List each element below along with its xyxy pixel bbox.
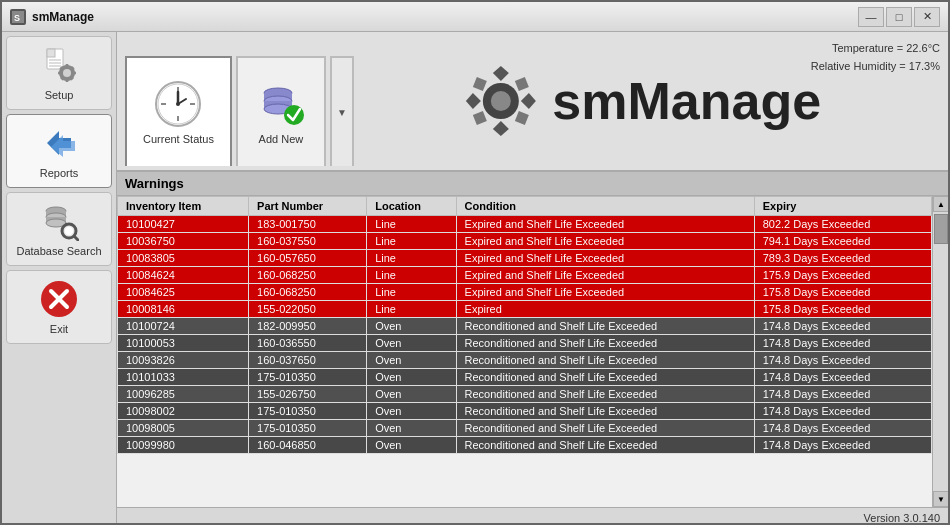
toolbar: Current Status — [117, 32, 948, 172]
reports-icon — [39, 123, 79, 163]
cell-expiry: 174.8 Days Exceeded — [754, 352, 931, 369]
col-part-number: Part Number — [249, 197, 367, 216]
table-row: 10099980160-046850OvenReconditioned and … — [118, 437, 932, 454]
cell-item: 10036750 — [118, 233, 249, 250]
cell-part: 155-022050 — [249, 301, 367, 318]
table-row: 10096285155-026750OvenReconditioned and … — [118, 386, 932, 403]
cell-expiry: 175.8 Days Exceeded — [754, 301, 931, 318]
temperature-display: Temperature = 22.6°C — [811, 40, 940, 58]
logo-area: smManage — [460, 61, 821, 141]
scrollbar-grip[interactable] — [934, 214, 948, 244]
cell-part: 160-037550 — [249, 233, 367, 250]
svg-text:S: S — [14, 13, 20, 23]
cell-expiry: 789.3 Days Exceeded — [754, 250, 931, 267]
sidebar-item-exit[interactable]: Exit — [6, 270, 112, 344]
cell-condition: Expired and Shelf Life Exceeded — [456, 233, 754, 250]
cell-part: 175-010350 — [249, 420, 367, 437]
table-scroll[interactable]: Inventory Item Part Number Location Cond… — [117, 196, 932, 507]
table-wrapper: Inventory Item Part Number Location Cond… — [117, 196, 948, 507]
cell-item: 10084625 — [118, 284, 249, 301]
sidebar-item-database-search[interactable]: Database Search — [6, 192, 112, 266]
minimize-button[interactable]: — — [858, 7, 884, 27]
cell-item: 10096285 — [118, 386, 249, 403]
cell-condition: Reconditioned and Shelf Life Exceeded — [456, 386, 754, 403]
cell-part: 160-037650 — [249, 352, 367, 369]
cell-condition: Expired and Shelf Life Exceeded — [456, 216, 754, 233]
cell-expiry: 175.8 Days Exceeded — [754, 284, 931, 301]
maximize-button[interactable]: □ — [886, 7, 912, 27]
cell-item: 10083805 — [118, 250, 249, 267]
cell-location: Oven — [367, 318, 456, 335]
current-status-label: Current Status — [143, 133, 214, 145]
cell-part: 182-009950 — [249, 318, 367, 335]
dropdown-arrow[interactable]: ▼ — [330, 56, 354, 166]
col-expiry: Expiry — [754, 197, 931, 216]
cell-item: 10101033 — [118, 369, 249, 386]
table-area: Warnings Inventory Item Part Number Loca… — [117, 172, 948, 507]
version-label: Version 3.0.140 — [864, 512, 940, 524]
content-area: Current Status — [117, 32, 948, 525]
svg-point-26 — [65, 227, 73, 235]
cell-location: Oven — [367, 352, 456, 369]
window-controls: — □ ✕ — [858, 7, 940, 27]
sidebar-exit-label: Exit — [50, 323, 68, 335]
sidebar-item-setup[interactable]: Setup — [6, 36, 112, 110]
add-new-label: Add New — [259, 133, 304, 145]
titlebar: S smManage — □ ✕ — [2, 2, 948, 32]
scrollbar[interactable]: ▲ ▼ — [932, 196, 948, 507]
cell-part: 160-036550 — [249, 335, 367, 352]
logo-text: smManage — [552, 71, 821, 131]
sidebar-item-reports[interactable]: Reports — [6, 114, 112, 188]
cell-location: Line — [367, 216, 456, 233]
cell-item: 10100427 — [118, 216, 249, 233]
cell-condition: Reconditioned and Shelf Life Exceeded — [456, 420, 754, 437]
scrollbar-down-button[interactable]: ▼ — [933, 491, 948, 507]
cell-condition: Expired and Shelf Life Exceeded — [456, 267, 754, 284]
cell-expiry: 174.8 Days Exceeded — [754, 386, 931, 403]
svg-rect-3 — [47, 49, 55, 57]
svg-line-25 — [74, 236, 79, 241]
cell-item: 10100724 — [118, 318, 249, 335]
col-inventory-item: Inventory Item — [118, 197, 249, 216]
cell-item: 10100053 — [118, 335, 249, 352]
table-row: 10100427183-001750LineExpired and Shelf … — [118, 216, 932, 233]
cell-item: 10008146 — [118, 301, 249, 318]
cell-expiry: 174.8 Days Exceeded — [754, 369, 931, 386]
cell-item: 10099980 — [118, 437, 249, 454]
cell-item: 10098005 — [118, 420, 249, 437]
current-status-button[interactable]: Current Status — [125, 56, 232, 166]
cell-part: 160-068250 — [249, 267, 367, 284]
scrollbar-track[interactable] — [933, 212, 948, 491]
scrollbar-up-button[interactable]: ▲ — [933, 196, 948, 212]
table-row: 10008146155-022050LineExpired175.8 Days … — [118, 301, 932, 318]
cell-part: 183-001750 — [249, 216, 367, 233]
cell-location: Line — [367, 233, 456, 250]
cell-item: 10084624 — [118, 267, 249, 284]
cell-expiry: 802.2 Days Exceeded — [754, 216, 931, 233]
cell-condition: Expired and Shelf Life Exceeded — [456, 250, 754, 267]
cell-location: Oven — [367, 403, 456, 420]
svg-point-38 — [176, 102, 180, 106]
cell-part: 155-026750 — [249, 386, 367, 403]
col-condition: Condition — [456, 197, 754, 216]
sidebar-dbsearch-label: Database Search — [17, 245, 102, 257]
statusbar: Version 3.0.140 — [117, 507, 948, 525]
cell-location: Oven — [367, 369, 456, 386]
table-row: 10084625160-068250LineExpired and Shelf … — [118, 284, 932, 301]
logo-icon — [460, 61, 540, 141]
svg-rect-10 — [66, 78, 69, 82]
database-search-icon — [39, 201, 79, 241]
sensor-info: Temperature = 22.6°C Relative Humidity =… — [811, 40, 940, 75]
main-layout: Setup Reports — [2, 32, 948, 525]
table-row: 10101033175-010350OvenReconditioned and … — [118, 369, 932, 386]
cell-part: 175-010350 — [249, 403, 367, 420]
cell-expiry: 174.8 Days Exceeded — [754, 420, 931, 437]
cell-item: 10093826 — [118, 352, 249, 369]
svg-point-8 — [63, 69, 71, 77]
cell-condition: Expired and Shelf Life Exceeded — [456, 284, 754, 301]
cell-part: 175-010350 — [249, 369, 367, 386]
close-button[interactable]: ✕ — [914, 7, 940, 27]
cell-location: Oven — [367, 386, 456, 403]
table-row: 10100724182-009950OvenReconditioned and … — [118, 318, 932, 335]
add-new-button[interactable]: Add New — [236, 56, 326, 166]
